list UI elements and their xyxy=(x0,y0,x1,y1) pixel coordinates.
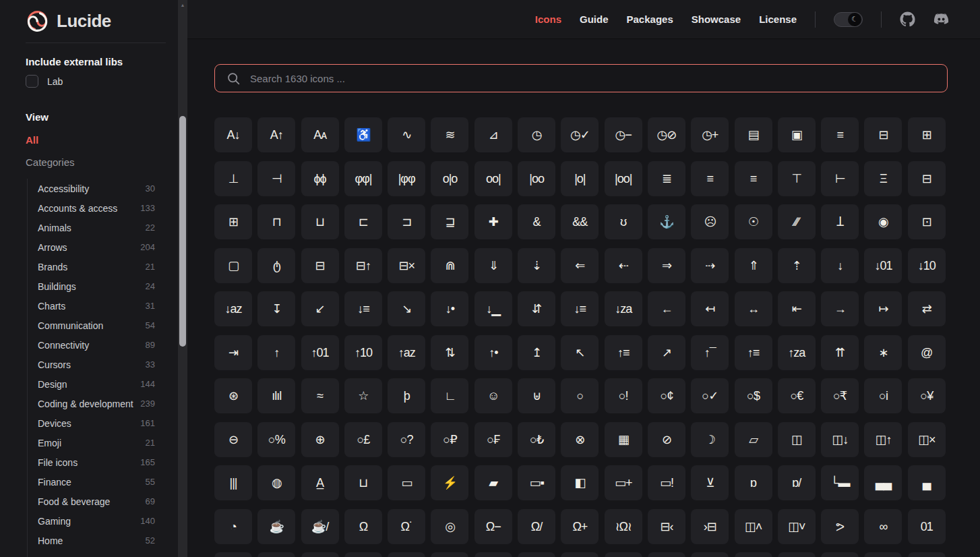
icon-button[interactable]: ← xyxy=(648,291,685,326)
icon-button[interactable]: oo| xyxy=(474,161,512,196)
category-item[interactable]: Layout 136 xyxy=(38,550,155,557)
icon-button[interactable]: ◔ xyxy=(214,509,252,544)
icon-button[interactable]: ⊿ xyxy=(474,117,512,152)
icon-button[interactable]: ılıl xyxy=(257,378,295,413)
icon-button[interactable]: o|o xyxy=(431,161,468,196)
category-item[interactable]: Animals 22 xyxy=(38,218,155,237)
icon-button[interactable]: ↓• xyxy=(431,291,468,326)
icon-button[interactable]: ⊓ xyxy=(257,204,295,239)
lab-checkbox[interactable] xyxy=(26,75,38,88)
icon-button[interactable]: ▄▄ xyxy=(864,465,902,500)
icon-button[interactable]: ⊟× xyxy=(388,248,425,283)
icon-button[interactable]: ↑za xyxy=(778,335,816,370)
icon-button[interactable]: ⊖ xyxy=(214,422,252,457)
category-item[interactable]: Charts 31 xyxy=(38,296,155,316)
icon-button[interactable]: A↓ xyxy=(214,117,252,152)
icon-button[interactable]: ▦ xyxy=(605,422,642,457)
icon-button[interactable]: ☺ xyxy=(474,378,512,413)
icon-button[interactable]: ⊟ xyxy=(301,248,339,283)
sidebar-scrollbar[interactable]: ▲ xyxy=(178,0,187,557)
icon-button[interactable] xyxy=(778,552,816,557)
icon-button[interactable]: ☕/ xyxy=(301,509,339,544)
category-item[interactable]: Arrows 204 xyxy=(38,237,155,257)
icon-button[interactable]: ↓za xyxy=(605,291,642,326)
icon-button[interactable]: ○€ xyxy=(778,378,816,413)
icon-button[interactable]: ↤ xyxy=(691,291,729,326)
icon-button[interactable]: ☹ xyxy=(691,204,729,239)
icon-button[interactable]: ⊘ xyxy=(648,422,685,457)
icon-button[interactable]: ⇥ xyxy=(214,335,252,370)
icon-button[interactable]: ↑≡ xyxy=(735,335,772,370)
icon-button[interactable] xyxy=(257,552,295,557)
icon-button[interactable]: ʊ xyxy=(605,204,642,239)
icon-button[interactable] xyxy=(344,552,382,557)
icon-button[interactable]: ⇅ xyxy=(431,335,468,370)
github-icon[interactable] xyxy=(900,11,915,27)
icon-button[interactable]: ≀Ω≀ xyxy=(605,509,642,544)
category-item[interactable]: Home 52 xyxy=(38,531,155,550)
nav-item[interactable]: Showcase xyxy=(692,13,741,25)
icon-button[interactable]: ∿ xyxy=(388,117,425,152)
icon-button[interactable]: ◫↑ xyxy=(864,422,902,457)
category-item[interactable]: Connectivity 89 xyxy=(38,335,155,355)
icon-button[interactable]: ⊔ xyxy=(344,465,382,500)
icon-button[interactable]: ∟ xyxy=(431,378,468,413)
view-all-link[interactable]: All xyxy=(26,134,166,146)
icon-button[interactable]: ⊎ xyxy=(518,378,555,413)
icon-button[interactable]: ○₣ xyxy=(474,422,512,457)
icon-button[interactable]: ◫˅ xyxy=(778,509,816,544)
icon-button[interactable]: ☕ xyxy=(257,509,295,544)
lab-option[interactable]: Lab xyxy=(26,75,166,88)
icon-button[interactable]: && xyxy=(561,204,599,239)
icon-button[interactable]: └▬ xyxy=(821,465,859,500)
icon-button[interactable]: ⊒ xyxy=(431,204,468,239)
icon-button[interactable] xyxy=(605,552,642,557)
icon-button[interactable]: ☽ xyxy=(691,422,729,457)
icon-button[interactable]: ⊞ xyxy=(214,204,252,239)
icon-button[interactable]: ◫˄ xyxy=(735,509,772,544)
icon-button[interactable] xyxy=(864,552,902,557)
icon-button[interactable]: → xyxy=(821,291,859,326)
category-item[interactable]: Coding & development 239 xyxy=(38,394,155,413)
icon-button[interactable]: ↑10 xyxy=(344,335,382,370)
icon-button[interactable]: ◷+ xyxy=(691,117,729,152)
icon-button[interactable]: ↥ xyxy=(518,335,555,370)
icon-button[interactable]: ⚡ xyxy=(431,465,468,500)
icon-button[interactable]: ↦ xyxy=(864,291,902,326)
icon-button[interactable] xyxy=(388,552,425,557)
icon-button[interactable]: ▤ xyxy=(735,117,772,152)
nav-item[interactable]: Packages xyxy=(627,13,673,25)
icon-button[interactable]: ⇢ xyxy=(691,248,729,283)
icon-button[interactable]: ∗ xyxy=(864,335,902,370)
icon-button[interactable]: |o| xyxy=(561,161,599,196)
icon-button[interactable]: ◷⊘ xyxy=(648,117,685,152)
icon-button[interactable]: ⇓ xyxy=(474,248,512,283)
icon-button[interactable]: ⇐ xyxy=(561,248,599,283)
icon-button[interactable]: ∕∕∕ xyxy=(778,204,816,239)
icon-button[interactable]: ↑¯ xyxy=(691,335,729,370)
icon-button[interactable] xyxy=(214,552,252,557)
icon-button[interactable]: ⊡ xyxy=(908,204,946,239)
icon-button[interactable]: Ω/ xyxy=(518,509,555,544)
icon-button[interactable]: ⊔ xyxy=(301,204,339,239)
icon-button[interactable]: ⊗ xyxy=(561,422,599,457)
icon-button[interactable]: ○? xyxy=(388,422,425,457)
search-input[interactable] xyxy=(250,65,947,92)
icon-button[interactable]: ○£ xyxy=(344,422,382,457)
icon-button[interactable]: ↓01 xyxy=(864,248,902,283)
icon-button[interactable]: ⇄ xyxy=(908,291,946,326)
icon-button[interactable] xyxy=(691,552,729,557)
icon-button[interactable] xyxy=(431,552,468,557)
icon-button[interactable]: ≡ xyxy=(821,117,859,152)
icon-button[interactable]: 01 xyxy=(908,509,946,544)
search-bar[interactable] xyxy=(214,64,948,92)
category-item[interactable]: Emoji 21 xyxy=(38,433,155,452)
icon-button[interactable]: ∞ xyxy=(864,509,902,544)
icon-button[interactable]: ||| xyxy=(214,465,252,500)
icon-button[interactable]: & xyxy=(518,204,555,239)
icon-button[interactable]: Ω− xyxy=(474,509,512,544)
icon-button[interactable] xyxy=(908,552,946,557)
icon-button[interactable]: Ω xyxy=(344,509,382,544)
icon-button[interactable]: ○₽ xyxy=(431,422,468,457)
icon-button[interactable]: ◫↓ xyxy=(821,422,859,457)
